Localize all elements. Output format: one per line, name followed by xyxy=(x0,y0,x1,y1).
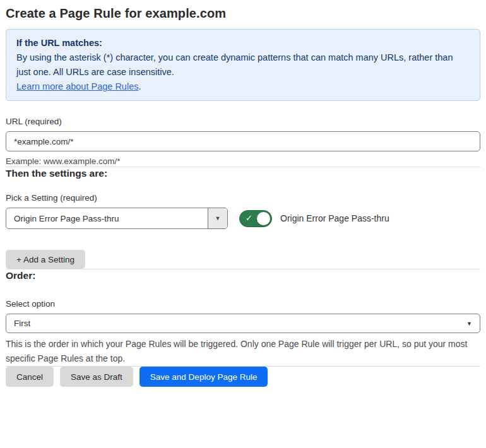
link-suffix: . xyxy=(138,81,141,91)
chevron-down-icon[interactable]: ▼ xyxy=(208,208,227,228)
cancel-button[interactable]: Cancel xyxy=(6,367,54,387)
page-rule-form: Create a Page Rule for example.com If th… xyxy=(0,0,486,395)
chevron-down-icon: ▼ xyxy=(466,321,472,327)
pick-setting-label: Pick a Setting (required) xyxy=(6,192,480,203)
form-actions: Cancel Save as Draft Save and Deploy Pag… xyxy=(6,367,480,387)
url-match-info-box: If the URL matches: By using the asteris… xyxy=(6,29,480,101)
add-setting-button[interactable]: + Add a Setting xyxy=(6,250,85,269)
order-section-heading: Order: xyxy=(6,269,480,281)
toggle-knob xyxy=(257,212,270,225)
url-input[interactable] xyxy=(6,131,480,151)
setting-row: Origin Error Page Pass-thru ▼ ✓ Origin E… xyxy=(6,208,480,229)
setting-dropdown[interactable]: Origin Error Page Pass-thru ▼ xyxy=(6,208,228,229)
save-deploy-button[interactable]: Save and Deploy Page Rule xyxy=(139,367,268,387)
learn-more-link[interactable]: Learn more about Page Rules xyxy=(16,81,138,91)
settings-section-heading: Then the settings are: xyxy=(6,167,480,179)
order-select[interactable]: First ▼ xyxy=(6,314,480,333)
order-select-value: First xyxy=(14,319,30,328)
url-example-helper: Example: www.example.com/* xyxy=(6,156,480,167)
save-draft-button[interactable]: Save as Draft xyxy=(60,367,133,387)
setting-toggle-label: Origin Error Page Pass-thru xyxy=(280,213,389,223)
url-field-label: URL (required) xyxy=(6,116,480,127)
order-helper-text: This is the order in which your Page Rul… xyxy=(6,337,473,366)
setting-toggle[interactable]: ✓ xyxy=(239,210,272,227)
setting-dropdown-value: Origin Error Page Pass-thru xyxy=(6,208,208,228)
page-title: Create a Page Rule for example.com xyxy=(6,5,480,21)
info-box-body: By using the asterisk (*) character, you… xyxy=(16,50,470,80)
check-icon: ✓ xyxy=(246,214,252,222)
info-box-link-line: Learn more about Page Rules. xyxy=(16,80,470,94)
info-box-heading: If the URL matches: xyxy=(16,36,470,50)
order-select-label: Select option xyxy=(6,298,480,309)
